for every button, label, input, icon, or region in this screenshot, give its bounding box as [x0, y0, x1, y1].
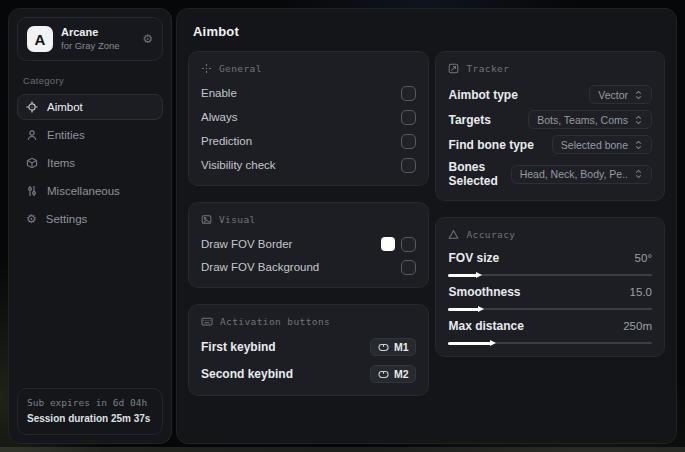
card-activation-buttons: Activation buttons First keybind M1 Se — [188, 304, 429, 396]
first-keybind-button[interactable]: M1 — [370, 338, 417, 356]
keybind-value: M1 — [394, 341, 409, 353]
sidebar-item-entities[interactable]: Entities — [17, 122, 163, 148]
keybind-label: First keybind — [201, 340, 276, 354]
select-row-aimbot-type: Aimbot type Vector — [448, 85, 652, 104]
triangle-icon — [448, 229, 459, 240]
slider-value: 250m — [623, 320, 652, 332]
subscription-info: Sub expires in 6d 04h Session duration 2… — [17, 388, 163, 435]
unfold-icon — [634, 169, 643, 179]
sidebar-nav: Aimbot Entities Items Miscellaneous ⚙ Se… — [17, 94, 163, 232]
entities-icon — [26, 129, 38, 141]
sidebar-item-aimbot[interactable]: Aimbot — [17, 94, 163, 120]
smoothness-slider[interactable] — [448, 308, 652, 310]
keyboard-icon — [201, 316, 213, 327]
page-title: Aimbot — [193, 24, 660, 39]
slider-value: 15.0 — [630, 286, 652, 298]
card-title: Accuracy — [466, 229, 515, 240]
sidebar-item-label: Miscellaneous — [47, 185, 120, 197]
aimbot-type-select[interactable]: Vector — [589, 85, 652, 104]
sidebar-item-items[interactable]: Items — [17, 150, 163, 176]
select-row-find-bone-type: Find bone type Selected bone — [448, 135, 652, 154]
mouse-icon — [378, 370, 389, 379]
sliders-icon — [26, 185, 38, 197]
card-title: Activation buttons — [220, 316, 330, 327]
keybind-value: M2 — [394, 368, 409, 380]
bones-selected-select[interactable]: Head, Neck, Body, Pe.. — [511, 165, 652, 184]
select-value: Selected bone — [561, 139, 628, 151]
draw-fov-border-checkbox[interactable] — [401, 237, 416, 252]
app-logo: A — [27, 26, 53, 52]
keybind-label: Second keybind — [201, 367, 293, 381]
toggle-row-draw-fov-border: Draw FOV Border — [201, 236, 416, 252]
slider-label: Smoothness — [448, 285, 520, 299]
draw-fov-background-checkbox[interactable] — [401, 260, 416, 275]
toggle-label: Draw FOV Border — [201, 238, 292, 250]
select-label: Bones Selected — [448, 160, 510, 188]
toggle-label: Enable — [201, 87, 237, 99]
card-accuracy-header: Accuracy — [448, 229, 652, 240]
mouse-icon — [378, 343, 389, 352]
select-value: Head, Neck, Body, Pe.. — [520, 168, 628, 180]
select-value: Vector — [598, 89, 628, 101]
toggle-label: Always — [201, 111, 237, 123]
sidebar-item-label: Items — [47, 157, 75, 169]
card-general: General Enable Always Prediction — [188, 51, 429, 186]
card-accuracy: Accuracy FOV size 50° Smoot — [435, 217, 665, 357]
card-title: Visual — [219, 214, 256, 225]
toggle-label: Prediction — [201, 135, 252, 147]
gear-icon[interactable]: ⚙ — [142, 32, 153, 46]
slider-thumb[interactable] — [490, 340, 496, 346]
card-tracker-header: Tracker — [448, 63, 652, 74]
toggle-row-prediction: Prediction — [201, 133, 416, 149]
keybind-row-second: Second keybind M2 — [201, 365, 416, 383]
card-activation-header: Activation buttons — [201, 316, 416, 327]
fov-border-color-swatch[interactable] — [381, 237, 395, 251]
prediction-checkbox[interactable] — [401, 134, 416, 149]
enable-checkbox[interactable] — [401, 86, 416, 101]
card-visual-header: Visual — [201, 214, 416, 225]
brand-card: A Arcane for Gray Zone ⚙ — [17, 17, 163, 61]
sub-expires-text: Sub expires in 6d 04h — [27, 396, 153, 411]
card-visual: Visual Draw FOV Border Draw FOV Backgrou… — [188, 202, 429, 288]
unfold-icon — [634, 140, 643, 150]
select-label: Find bone type — [448, 138, 533, 152]
brand-title: Arcane — [61, 26, 134, 40]
sidebar-item-label: Entities — [47, 129, 85, 141]
brand-text: Arcane for Gray Zone — [61, 26, 134, 52]
sidebar: A Arcane for Gray Zone ⚙ Category Aimbot… — [8, 8, 172, 444]
slider-fov-size: FOV size 50° — [448, 251, 652, 276]
slider-thumb[interactable] — [478, 306, 484, 312]
toggle-label: Visibility check — [201, 159, 276, 171]
toggle-row-always: Always — [201, 109, 416, 125]
main-panel: Aimbot General Enable Always — [176, 8, 677, 444]
find-bone-type-select[interactable]: Selected bone — [552, 135, 652, 154]
crosshair-icon — [201, 63, 212, 74]
slider-thumb[interactable] — [476, 272, 482, 278]
visibility-check-checkbox[interactable] — [401, 158, 416, 173]
left-column: General Enable Always Prediction — [188, 51, 429, 396]
cards-area: General Enable Always Prediction — [177, 49, 676, 396]
activity-icon — [448, 63, 459, 74]
toggle-row-visibility-check: Visibility check — [201, 157, 416, 173]
slider-max-distance: Max distance 250m — [448, 319, 652, 344]
card-tracker: Tracker Aimbot type Vector Targets — [435, 51, 665, 201]
slider-label: FOV size — [448, 251, 499, 265]
select-label: Aimbot type — [448, 88, 517, 102]
image-icon — [201, 214, 212, 225]
sidebar-item-settings[interactable]: ⚙ Settings — [17, 206, 163, 232]
unfold-icon — [634, 115, 643, 125]
sidebar-item-miscellaneous[interactable]: Miscellaneous — [17, 178, 163, 204]
fov-size-slider[interactable] — [448, 274, 652, 276]
targets-select[interactable]: Bots, Teams, Coms — [528, 110, 652, 129]
brand-subtitle: for Gray Zone — [61, 40, 134, 52]
content-header: Aimbot — [177, 9, 676, 49]
max-distance-slider[interactable] — [448, 342, 652, 344]
always-checkbox[interactable] — [401, 110, 416, 125]
slider-value: 50° — [635, 252, 652, 264]
sidebar-item-label: Aimbot — [47, 101, 83, 113]
toggle-row-draw-fov-background: Draw FOV Background — [201, 259, 416, 275]
second-keybind-button[interactable]: M2 — [370, 365, 417, 383]
select-label: Targets — [448, 113, 490, 127]
card-title: General — [219, 63, 262, 74]
crosshair-icon — [26, 101, 38, 113]
